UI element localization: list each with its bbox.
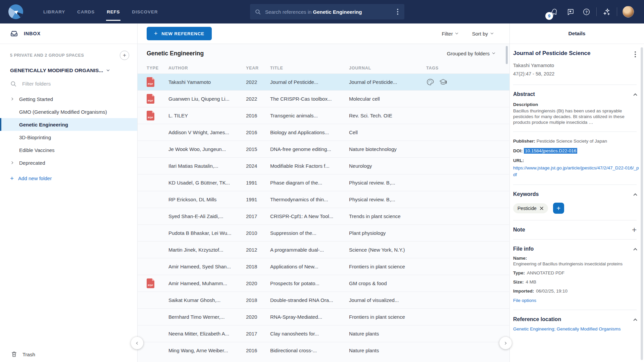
space-selector[interactable]: GENETICALLY MODIFIED ORGANIS... [0,67,137,73]
new-reference-button[interactable]: + NEW REFERENCE [147,27,212,40]
space-name: GENETICALLY MODIFIED ORGANIS... [10,67,103,73]
file-info-section-header[interactable]: File info [513,246,637,252]
table-row[interactable]: Ilari Matias Rautalin,...2024Modifiable … [138,157,509,174]
row-year: 2016 [246,348,270,353]
reference-location-link[interactable]: Genetic Engineering; Genetically Modifie… [513,326,637,331]
user-avatar[interactable] [623,6,634,17]
table-row[interactable]: Addison V Wright, James...2016Biology an… [138,124,509,141]
row-author: Takashi Yamamoto [168,79,246,85]
note-section-header[interactable]: Note + [513,227,637,233]
column-header-type[interactable]: TYPE [147,66,168,70]
nav-item-cards[interactable]: CARDS [71,0,101,23]
row-year: 1991 [246,197,270,202]
sidebar-item-inbox[interactable]: INBOX [0,23,137,44]
row-author: Amir Hameed, Syed Shan... [168,264,246,269]
add-note-button[interactable]: + [632,227,637,233]
column-header-journal[interactable]: JOURNAL [349,66,426,70]
notifications-bell-icon[interactable]: 9 [546,8,562,16]
table-row[interactable]: Saikat Kumar Ghosh,...2018Double-strande… [138,292,509,308]
table-row[interactable]: Je Wook Woo, Jungeun...2015DNA-free geno… [138,141,509,157]
reference-menu-kebab-icon[interactable] [634,50,637,59]
nav-item-library[interactable]: LIBRARY [37,0,71,23]
file-imported-line: Imported:06/02/25, 19:10 [513,288,637,294]
sidebar-item-trash[interactable]: Trash [11,351,35,358]
app-logo-icon[interactable] [8,4,23,19]
pdf-icon: PDF [147,111,154,120]
sidebar-folder-edible-vaccines[interactable]: Edible Vaccines [0,144,137,156]
url-label: URL: [513,158,637,164]
sidebar-folder-getting-started[interactable]: Getting Started [0,93,137,105]
sidebar-folder-genetic-engineering[interactable]: Genetic Engineering [0,118,137,131]
publisher-line: Publisher: Pesticide Science Society of … [513,138,637,144]
row-journal: Cell [349,130,426,135]
sidebar-folder-gmo-genetically-modified-organisms[interactable]: GMO (Genetically Modified Organisms) [0,105,137,118]
row-author: L. TILEY [168,113,246,118]
table-row[interactable]: Syed Shan-E-Ali Zaidi,...2017CRISPR-Cpf1… [138,208,509,224]
table-row[interactable]: RP Erickson, DL Mills1991Thermodynamics … [138,191,509,208]
grouping-dropdown[interactable]: Grouped by folders [447,51,495,56]
feedback-chat-icon[interactable] [562,8,578,16]
details-scrollbar[interactable] [641,47,643,360]
divider [513,220,637,220]
row-year: 2018 [246,297,270,303]
sparkles-icon[interactable] [599,8,615,16]
abstract-section-header[interactable]: Abstract [513,91,637,97]
table-row[interactable]: Martin Jinek, Krzysztof...2012A programm… [138,241,509,258]
table-row[interactable]: KD Usadel, G Büttner, TK...1991Phase dia… [138,174,509,191]
reference-title: Journal of Pesticide Science [513,50,591,57]
plus-icon: + [10,175,14,182]
sort-by-dropdown[interactable]: Sort by [472,31,493,37]
pdf-icon: PDF [147,77,154,87]
table-row[interactable]: PDFGuanwen Liu, Qiupeng Li...2022The CRI… [138,90,509,107]
column-header-author[interactable]: AUTHOR [168,66,246,70]
expand-panel-button[interactable] [499,337,512,349]
table-row[interactable]: Amir Hameed, Syed Shan...2018Application… [138,258,509,275]
keywords-section-header[interactable]: Keywords [513,191,637,197]
column-header-title[interactable]: TITLE [270,66,349,70]
navbar-actions: 9 ? [546,0,634,23]
table-row[interactable]: PDFL. TILEY2016Transgenic animals...Rev.… [138,107,509,124]
list-scrollbar[interactable] [506,46,508,64]
table-row[interactable]: PDFAmir Hameed, Muhamm...2020Prospects f… [138,275,509,292]
row-title: Thermodynamics of thin... [270,197,349,202]
table-header-row: TYPEAUTHORYEARTITLEJOURNALTAGS [138,63,509,73]
row-journal: GM crops & food [349,280,426,286]
url-link[interactable]: https://www.jstage.jst.go.jp/article/jpe… [513,165,640,178]
doi-value[interactable]: 10.1584/jpestics.D22-016 [524,148,577,154]
row-title: RNA-Spray-Mediated... [270,314,349,320]
help-icon[interactable]: ? [578,8,594,16]
row-year: 2022 [246,79,270,85]
inbox-label: INBOX [24,31,41,36]
row-title: Bidirectional cross-... [270,348,349,353]
reference-location-section-header[interactable]: Reference location [513,316,637,322]
sidebar-folder-3d-bioprinting[interactable]: 3D-Bioprinting [0,131,137,144]
column-header-year[interactable]: YEAR [246,66,270,70]
keyword-chip[interactable]: Pesticide [513,203,548,213]
table-row[interactable]: Ming Wang, Arne Weiber...2016Bidirection… [138,342,509,359]
remove-keyword-icon[interactable] [540,206,544,210]
nav-item-discover[interactable]: DISCOVER [126,0,164,23]
pdf-icon: PDF [147,94,154,104]
row-journal: Molecular cell [349,96,426,102]
row-year: 2022 [246,96,270,102]
file-options-link[interactable]: File options [513,298,536,303]
collapse-sidebar-button[interactable] [131,337,143,349]
add-new-folder-button[interactable]: + Add new folder [0,172,137,185]
search-input[interactable]: Search references in Genetic Engineering [250,4,404,19]
add-keyword-button[interactable]: + [553,203,564,214]
nav-item-refs[interactable]: REFS [101,0,126,23]
add-space-button[interactable]: + [120,51,129,60]
sidebar-folder-deprecated[interactable]: Deprecated [0,156,137,169]
row-title: DNA-free genome editing... [270,146,349,152]
table-row[interactable]: Pudota B Bhaskar, Lei Wu...2010Suppressi… [138,224,509,241]
list-title-row: Genetic Engineering Grouped by folders [138,44,509,63]
filter-folders-input[interactable] [22,81,116,87]
filter-dropdown[interactable]: Filter [442,31,458,37]
row-year: 2016 [246,113,270,118]
add-folder-label: Add new folder [18,175,52,181]
column-header-tags[interactable]: TAGS [426,66,509,70]
search-options-kebab-icon[interactable] [396,7,400,16]
table-row[interactable]: PDFTakashi Yamamoto2022Journal of Pestic… [138,73,509,90]
table-row[interactable]: Neena Mitter, Elizabeth A...2017Clay nan… [138,325,509,342]
table-row[interactable]: Bernhard Timo Werner,...2020RNA-Spray-Me… [138,308,509,325]
